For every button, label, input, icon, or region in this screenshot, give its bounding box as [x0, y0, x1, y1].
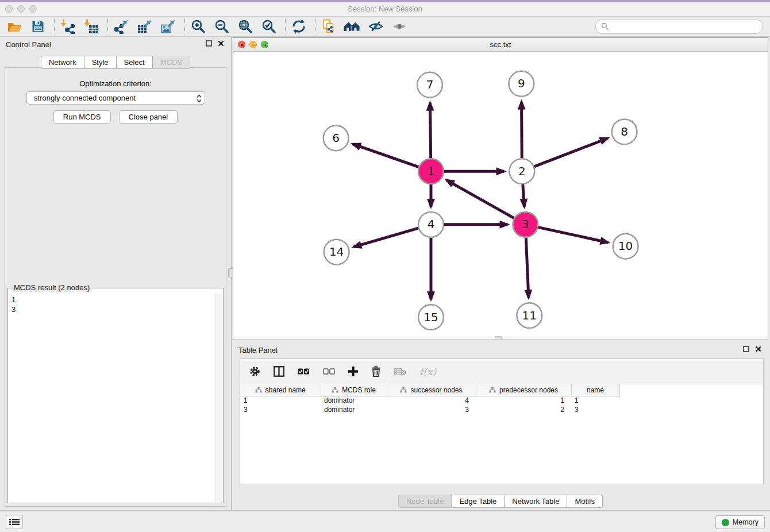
export-table-button[interactable] [136, 18, 153, 35]
zoom-selected-icon [261, 19, 276, 34]
column-header-name[interactable]: name [571, 384, 619, 396]
tree-icon [489, 387, 496, 393]
panel-splitter-grip[interactable] [228, 268, 233, 277]
column-header-predecessor-nodes[interactable]: predecessor nodes [476, 384, 571, 396]
zoom-out-button[interactable] [213, 18, 230, 35]
memory-button[interactable]: Memory [715, 515, 765, 529]
result-line: 3 [11, 304, 215, 314]
column-header-shared-name[interactable]: shared name [240, 384, 321, 396]
table-toolbar: f(x) [240, 359, 763, 384]
import-table-icon [84, 19, 99, 34]
graph-node-label-7: 7 [426, 78, 434, 91]
search-input[interactable] [612, 22, 763, 31]
tab-motifs[interactable]: Motifs [567, 495, 603, 508]
mcds-result-text[interactable]: 1 3 [9, 294, 215, 502]
open-folder-icon [7, 19, 22, 34]
home-button[interactable] [344, 18, 361, 35]
graph-node-label-11: 11 [522, 309, 537, 322]
zoom-fit-button[interactable] [237, 18, 254, 35]
graph-node-label-9: 9 [518, 77, 525, 90]
control-panel-title: Control Panel [6, 40, 51, 49]
toolbar-separator [285, 18, 286, 34]
split-view-button[interactable] [274, 366, 284, 377]
float-panel-icon[interactable] [206, 40, 212, 47]
refresh-button[interactable] [290, 18, 307, 35]
import-network-button[interactable] [59, 18, 76, 35]
show-all-button[interactable] [391, 18, 408, 35]
float-panel-icon[interactable] [743, 346, 749, 352]
criterion-value: strongly connected component [34, 94, 136, 102]
function-builder-button[interactable]: f(x) [419, 366, 436, 377]
table-panel: Table Panel [233, 342, 768, 510]
graph-edge-3-11[interactable] [526, 238, 529, 298]
split-view-icon [274, 366, 284, 377]
deselect-all-columns-button[interactable] [323, 368, 335, 375]
run-mcds-button[interactable]: Run MCDS [53, 110, 111, 124]
graph-edge-3-1[interactable] [446, 180, 514, 218]
network-window-titlebar[interactable]: scc.txt [233, 38, 768, 52]
network-window-title: scc.txt [233, 40, 768, 49]
tab-node-table[interactable]: Node Table [398, 495, 452, 508]
home-icon [344, 19, 361, 34]
table-row[interactable]: 1 dominator 4 1 1 [240, 396, 619, 405]
import-network-icon [60, 19, 75, 34]
tab-style[interactable]: Style [84, 56, 117, 69]
export-network-button[interactable] [113, 18, 130, 35]
column-header-successor-nodes[interactable]: successor nodes [387, 384, 476, 396]
optimization-criterion-label: Optimization criterion: [5, 79, 226, 88]
zoom-selected-button[interactable] [260, 18, 278, 35]
graph-node-label-4: 4 [428, 218, 435, 231]
network-graph: 1234678910111415 [233, 52, 768, 340]
graph-node-label-14: 14 [329, 245, 344, 259]
select-all-columns-button[interactable] [298, 368, 310, 375]
graph-edge-2-3[interactable] [523, 184, 525, 207]
table-row[interactable]: 3 dominator 3 2 3 [240, 405, 619, 414]
memory-status-dot [722, 519, 729, 526]
table-settings-button[interactable] [249, 366, 260, 377]
graph-node-label-6: 6 [332, 132, 340, 145]
column-header-mcds-role[interactable]: MCDS role [321, 384, 387, 396]
close-panel-icon[interactable] [218, 40, 224, 47]
criterion-dropdown[interactable]: strongly connected component [26, 91, 205, 105]
tab-mcds[interactable]: MCDS [153, 56, 190, 69]
graph-edge-3-10[interactable] [538, 228, 609, 242]
save-session-button[interactable] [29, 18, 47, 35]
app-titlebar: Session: New Session [0, 2, 770, 17]
network-canvas[interactable]: 1234678910111415 [233, 52, 768, 340]
graph-edge-4-14[interactable] [353, 228, 418, 247]
export-image-button[interactable] [160, 18, 177, 35]
tab-network[interactable]: Network [41, 56, 84, 69]
delete-table-button[interactable] [394, 367, 406, 376]
graph-node-label-1: 1 [428, 165, 435, 178]
network-resize-handle[interactable] [495, 336, 502, 340]
search-field[interactable] [595, 19, 763, 34]
graph-edge-2-8[interactable] [534, 138, 608, 167]
statusbar: Memory [0, 510, 770, 532]
gear-icon [249, 366, 260, 377]
graph-edge-1-7[interactable] [430, 103, 430, 159]
clone-network-button[interactable] [320, 18, 337, 35]
graph-node-label-15: 15 [424, 311, 438, 324]
result-scrollbar[interactable] [215, 294, 222, 502]
close-panel-button[interactable]: Close panel [119, 110, 178, 124]
tab-network-table[interactable]: Network Table [505, 495, 567, 508]
close-panel-icon[interactable] [755, 346, 761, 352]
dropdown-stepper-icon [196, 93, 202, 104]
result-line: 1 [11, 295, 215, 304]
hide-selected-button[interactable] [367, 18, 384, 35]
node-table-container: f(x) shared name MCDS role [240, 358, 764, 484]
graph-node-label-10: 10 [618, 240, 633, 253]
add-column-button[interactable] [348, 367, 358, 376]
zoom-in-button[interactable] [190, 18, 207, 35]
open-file-button[interactable] [6, 18, 23, 35]
toolbar-separator [54, 18, 55, 34]
toolbar-separator [107, 18, 108, 34]
graph-node-label-3: 3 [522, 218, 529, 231]
delete-column-button[interactable] [371, 366, 381, 377]
import-table-button[interactable] [83, 18, 100, 35]
tab-select[interactable]: Select [117, 56, 153, 69]
graph-edge-1-6[interactable] [353, 144, 419, 167]
graph-edge-2-9[interactable] [522, 102, 522, 159]
tab-edge-table[interactable]: Edge Table [452, 495, 505, 508]
show-panels-button[interactable] [6, 515, 23, 529]
